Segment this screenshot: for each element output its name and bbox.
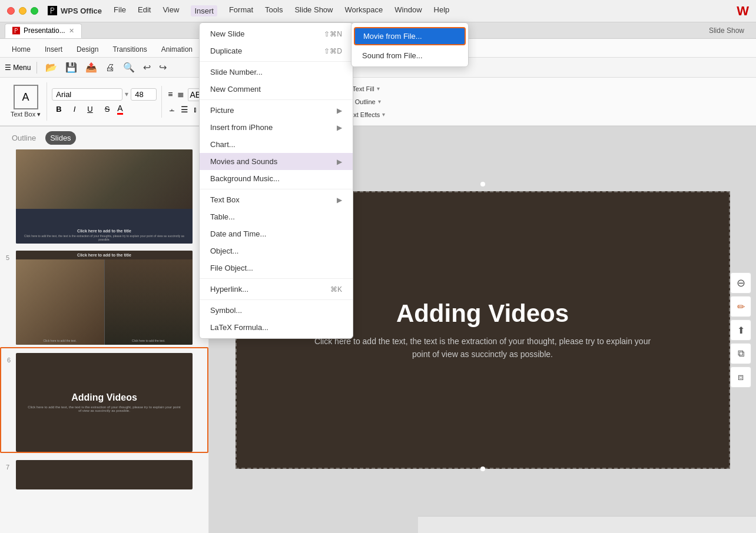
menu-file-object[interactable]: File Object... [200,259,353,277]
chart-label: Chart... [210,140,236,149]
picture-label: Picture [210,106,234,115]
hyperlink-label: Hyperlink... [210,285,248,294]
menu-textbox[interactable]: Text Box ▶ [200,191,353,208]
symbol-label: Symbol... [210,306,242,315]
menu-duplicate[interactable]: Duplicate ⇧⌘D [200,42,353,59]
menu-symbol[interactable]: Symbol... [200,302,353,319]
menu-bg-music[interactable]: Background Music... [200,170,353,187]
divider-4 [200,278,353,279]
iphone-arrow: ▶ [337,124,342,132]
menu-hyperlink[interactable]: Hyperlink... ⌘K [200,281,353,298]
menu-slide-number[interactable]: Slide Number... [200,64,353,81]
new-slide-label: New Slide [210,29,245,38]
movies-arrow: ▶ [337,158,342,166]
picture-arrow: ▶ [337,106,342,115]
textbox-arrow: ▶ [337,196,342,204]
divider-2 [200,99,353,100]
latex-label: LaTeX Formula... [210,323,268,332]
menu-object[interactable]: Object... [200,242,353,259]
object-label: Object... [210,246,238,255]
file-object-label: File Object... [210,264,253,272]
menu-chart[interactable]: Chart... [200,136,353,153]
sound-from-file-button[interactable]: Sound from File... [352,47,468,64]
new-comment-label: New Comment [210,85,261,94]
menu-latex[interactable]: LaTeX Formula... [200,319,353,336]
duplicate-label: Duplicate [210,46,242,55]
menu-movies-sounds[interactable]: Movies and Sounds ▶ [200,153,353,170]
movies-submenu: Movie from File... Sound from File... [351,22,469,67]
table-label: Table... [210,212,235,221]
menu-new-slide[interactable]: New Slide ⇧⌘N [200,25,353,42]
divider-1 [200,61,353,62]
movie-from-file-button[interactable]: Movie from File... [354,27,466,45]
menu-datetime[interactable]: Date and Time... [200,225,353,242]
menu-insert-iphone[interactable]: Insert from iPhone ▶ [200,119,353,136]
divider-3 [200,189,353,189]
textbox-menu-label: Text Box [210,195,240,204]
menu-new-comment[interactable]: New Comment [200,81,353,98]
duplicate-shortcut: ⇧⌘D [324,47,342,55]
insert-menu: New Slide ⇧⌘N Duplicate ⇧⌘D Slide Number… [199,22,353,339]
new-slide-shortcut: ⇧⌘N [324,30,342,38]
slide-number-label: Slide Number... [210,68,263,76]
menu-backdrop[interactable] [0,0,756,533]
bg-music-label: Background Music... [210,174,280,183]
menu-table[interactable]: Table... [200,208,353,225]
datetime-label: Date and Time... [210,229,266,238]
menu-picture[interactable]: Picture ▶ [200,102,353,119]
hyperlink-shortcut: ⌘K [330,285,342,294]
divider-5 [200,299,353,300]
movies-sounds-label: Movies and Sounds [210,157,277,166]
insert-iphone-label: Insert from iPhone [210,123,273,132]
